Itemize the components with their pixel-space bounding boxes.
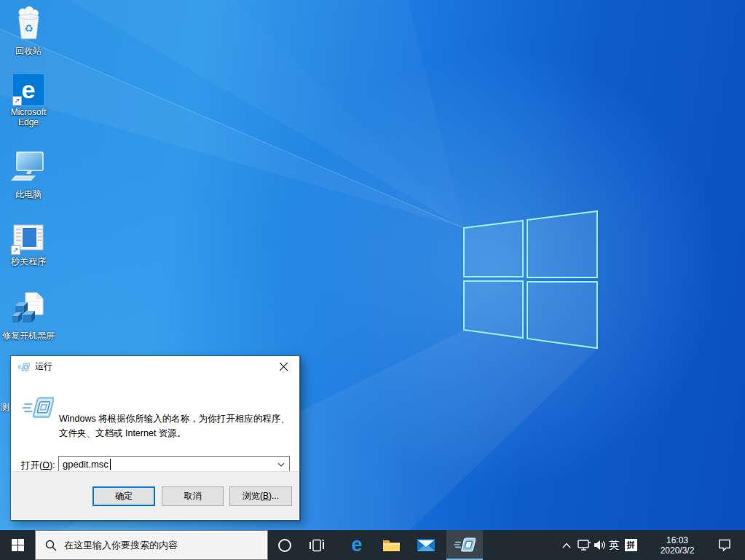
cortana-icon (277, 538, 292, 553)
desktop-icon-registry-fix[interactable]: 修复开机黑屏 (0, 291, 57, 341)
taskbar: e (0, 530, 745, 560)
file-explorer-icon (382, 538, 401, 553)
edge-taskbar-button[interactable]: e (341, 530, 373, 560)
open-label: 打开(O): (21, 460, 55, 472)
run-icon (17, 362, 30, 372)
mail-button[interactable] (410, 530, 442, 560)
ime-language-button[interactable]: 英 (606, 530, 622, 560)
desktop-icon-program[interactable]: ↗ 秒关程序 (0, 224, 57, 267)
start-button[interactable] (0, 530, 35, 560)
registry-file-icon (11, 291, 46, 326)
language-indicator: 英 (609, 539, 619, 552)
run-icon (454, 536, 476, 553)
run-dialog-description: Windows 将根据你所输入的名称，为你打开相应的程序、 文件夹、文档或 In… (59, 411, 290, 441)
cancel-button[interactable]: 取消 (162, 486, 224, 506)
search-input[interactable] (64, 540, 253, 551)
desktop-icon-microsoft-edge[interactable]: e ↗ Microsoft Edge (0, 74, 57, 127)
close-icon[interactable] (268, 356, 299, 377)
recycle-bin-icon: ♻ (12, 6, 45, 41)
edge-icon: e ↗ (13, 74, 44, 105)
mail-icon (417, 539, 435, 551)
clock[interactable]: 16:03 2020/3/2 (641, 530, 714, 560)
action-center-icon (718, 539, 731, 551)
shortcut-arrow-icon: ↗ (12, 96, 22, 106)
tray-chevron-up[interactable] (559, 530, 574, 560)
tray-time: 16:03 (666, 535, 688, 545)
run-dialog: 运行 Windows 将根据你所输入的名称，为你打开相应的程序、 文件夹、文档或… (10, 355, 300, 521)
open-combobox (58, 456, 290, 473)
ok-button[interactable]: 确定 (92, 486, 155, 506)
open-input[interactable] (59, 457, 275, 472)
desktop-icon-label: Microsoft Edge (0, 107, 57, 127)
desktop-icon-label: 回收站 (0, 46, 57, 56)
desktop-icon-label: 此电脑 (0, 189, 57, 200)
edge-icon: e (351, 535, 362, 555)
network-icon (578, 540, 591, 551)
file-explorer-button[interactable] (375, 530, 407, 560)
desktop-icon-label: 秒关程序 (0, 256, 57, 267)
run-dialog-titlebar: 运行 (11, 356, 299, 377)
desktop-icon-this-pc[interactable]: 此电脑 (0, 151, 57, 200)
run-icon-large (22, 395, 54, 421)
chevron-down-icon[interactable] (277, 462, 285, 467)
ime-mode-indicator: 拼 (625, 539, 637, 551)
svg-text:♻: ♻ (24, 23, 33, 34)
cortana-button[interactable] (269, 530, 301, 560)
run-dialog-body: Windows 将根据你所输入的名称，为你打开相应的程序、 文件夹、文档或 In… (11, 377, 299, 473)
speaker-icon (594, 540, 607, 551)
windows-start-icon (12, 539, 24, 551)
chevron-up-icon (562, 543, 571, 548)
run-taskbar-button[interactable] (446, 530, 483, 560)
shortcut-arrow-icon: ↗ (11, 245, 20, 255)
action-center-button[interactable] (710, 530, 739, 560)
windows-logo (464, 211, 597, 348)
text-caret (110, 459, 111, 470)
task-view-icon (310, 539, 324, 552)
browse-button[interactable]: 浏览(B)... (229, 486, 292, 506)
task-view-button[interactable] (301, 530, 333, 560)
search-icon (45, 540, 57, 551)
ime-mode-button[interactable]: 拼 (622, 530, 639, 560)
desktop-icon-label: 修复开机黑屏 (0, 331, 57, 341)
run-dialog-footer: 确定 取消 浏览(B)... (11, 471, 299, 520)
this-pc-icon (11, 151, 46, 184)
desktop-icon-recycle-bin[interactable]: ♻ 回收站 (0, 6, 57, 56)
hidden-desktop-icon-label: 测 (1, 401, 9, 414)
tray-date: 2020/3/2 (661, 545, 695, 556)
network-tray-button[interactable] (575, 530, 593, 560)
taskbar-search-box[interactable] (35, 530, 268, 560)
dialog-title: 运行 (35, 360, 52, 373)
